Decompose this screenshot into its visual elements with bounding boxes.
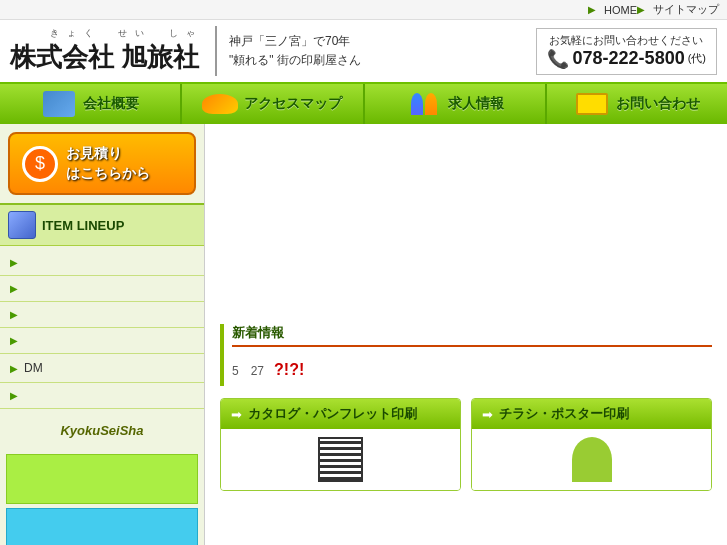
person1-icon: [411, 93, 423, 115]
sidebar-item-5[interactable]: ▶: [0, 383, 204, 409]
nav-item-jobs[interactable]: 求人情報: [365, 84, 547, 124]
sidebar-item-label-4: DM: [24, 361, 43, 375]
contact-label: お気軽にお問い合わせください: [547, 33, 706, 48]
arrow-icon-2: ▶: [10, 309, 18, 320]
phone-suffix: (代): [688, 51, 706, 66]
service-card-flyer[interactable]: ➡ チラシ・ポスター印刷: [471, 398, 712, 491]
news-item-0: 5 27 ?!?!: [232, 355, 712, 386]
service-title-flyer: チラシ・ポスター印刷: [499, 405, 629, 423]
phone-icon: 📞: [547, 48, 569, 70]
contact-phone: 📞 078-222-5800 (代): [547, 48, 706, 70]
nav-item-access[interactable]: アクセスマップ: [182, 84, 364, 124]
estimate-button[interactable]: $ お見積り はこちらから: [8, 132, 196, 195]
estimate-line1: お見積り: [66, 144, 150, 164]
sidebar-items: ▶ ▶ ▶ ▶ ▶ DM ▶: [0, 246, 204, 413]
service-card-catalog-header: ➡ カタログ・パンフレット印刷: [221, 399, 460, 429]
service-title-catalog: カタログ・パンフレット印刷: [248, 405, 417, 423]
tagline-line1: 神戸「三ノ宮」で70年: [229, 32, 361, 51]
logo-divider: [215, 26, 217, 76]
nav-item-company[interactable]: 会社概要: [0, 84, 182, 124]
nav-bar: 会社概要 アクセスマップ 求人情報 お問い合わせ: [0, 84, 727, 124]
person-placeholder-icon: [572, 437, 612, 482]
nav-company-label: 会社概要: [83, 95, 139, 113]
sitemap-link[interactable]: サイトマップ: [653, 2, 719, 17]
nav-access-label: アクセスマップ: [244, 95, 342, 113]
arrow-icon-4: ▶: [10, 363, 18, 374]
contact-box: お気軽にお問い合わせください 📞 078-222-5800 (代): [536, 28, 717, 75]
news-title: 新着情報: [232, 324, 712, 347]
sidebar-brand: KyokuSeiSha: [0, 413, 204, 448]
logo-area: きょく せい しゃ 株式会社 旭旅社: [10, 27, 203, 75]
sidebar-color-blocks: [0, 448, 204, 545]
top-bar: ▶ HOME ▶ サイトマップ: [0, 0, 727, 20]
sidebar: $ お見積り はこちらから ITEM LINEUP ▶ ▶ ▶: [0, 124, 205, 545]
estimate-text: お見積り はこちらから: [66, 144, 150, 183]
envelope-icon: [576, 93, 608, 115]
service-card-flyer-body: [472, 429, 711, 490]
news-highlight-0: ?!?!: [274, 361, 304, 379]
nav-contact-label: お問い合わせ: [616, 95, 700, 113]
tagline-line2: "頼れる" 街の印刷屋さん: [229, 51, 361, 70]
header: きょく せい しゃ 株式会社 旭旅社 神戸「三ノ宮」で70年 "頼れる" 街の印…: [0, 20, 727, 84]
news-date-0: 5 27: [232, 363, 264, 380]
nav-item-contact[interactable]: お問い合わせ: [547, 84, 727, 124]
lineup-title: ITEM LINEUP: [42, 218, 124, 233]
phone-number: 078-222-5800: [573, 48, 685, 69]
service-card-catalog-body: [221, 429, 460, 490]
logo-ruby: きょく せい しゃ: [50, 27, 203, 40]
arrow-icon-0: ▶: [10, 257, 18, 268]
service-arrow-catalog: ➡: [231, 407, 242, 422]
access-nav-icon: [202, 90, 238, 118]
sidebar-item-0[interactable]: ▶: [0, 250, 204, 276]
sidebar-item-3[interactable]: ▶: [0, 328, 204, 354]
service-card-catalog[interactable]: ➡ カタログ・パンフレット印刷: [220, 398, 461, 491]
service-cards: ➡ カタログ・パンフレット印刷 ➡ チラシ・ポスター印刷: [220, 398, 712, 491]
building-icon: [43, 91, 75, 117]
color-block-cyan: [6, 508, 198, 545]
content-area: 新着情報 5 27 ?!?! ➡ カタログ・パンフレット印刷 ➡ チラシ・: [205, 124, 727, 545]
arrow-icon-1: ▶: [10, 283, 18, 294]
nav-jobs-label: 求人情報: [448, 95, 504, 113]
arrow-icon-3: ▶: [10, 335, 18, 346]
sidebar-item-2[interactable]: ▶: [0, 302, 204, 328]
dollar-icon: $: [22, 146, 58, 182]
logo-text: 株式会社 旭旅社: [10, 40, 199, 75]
person2-icon: [425, 93, 437, 115]
main-layout: $ お見積り はこちらから ITEM LINEUP ▶ ▶ ▶: [0, 124, 727, 545]
sidebar-item-4[interactable]: ▶ DM: [0, 354, 204, 383]
company-nav-icon: [41, 90, 77, 118]
estimate-line2: はこちらから: [66, 164, 150, 184]
service-card-flyer-header: ➡ チラシ・ポスター印刷: [472, 399, 711, 429]
sitemap-arrow-icon: ▶: [637, 4, 645, 15]
sidebar-item-1[interactable]: ▶: [0, 276, 204, 302]
news-section: 新着情報 5 27 ?!?!: [220, 324, 712, 386]
contact-nav-icon: [574, 90, 610, 118]
arrow-icon-5: ▶: [10, 390, 18, 401]
item-lineup-header: ITEM LINEUP: [0, 203, 204, 246]
color-block-green: [6, 454, 198, 504]
car-icon: [202, 94, 238, 114]
home-link[interactable]: HOME: [604, 4, 637, 16]
tagline: 神戸「三ノ宮」で70年 "頼れる" 街の印刷屋さん: [229, 32, 361, 70]
service-arrow-flyer: ➡: [482, 407, 493, 422]
jobs-nav-icon: [406, 90, 442, 118]
qr-icon: [318, 437, 363, 482]
home-arrow-icon: ▶: [588, 4, 596, 15]
people-icon: [411, 93, 437, 115]
lineup-icon: [8, 211, 36, 239]
